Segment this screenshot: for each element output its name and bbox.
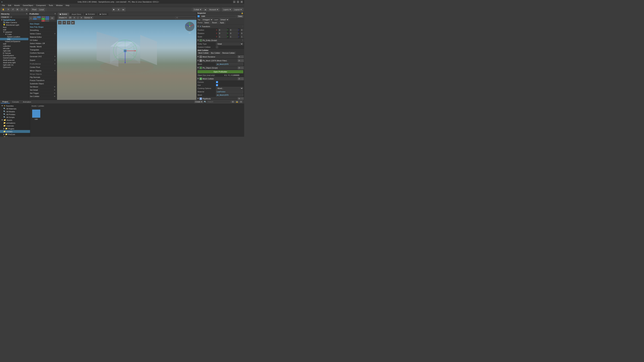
maximize-button[interactable]: □ bbox=[237, 1, 239, 3]
pb-mode-obj[interactable] bbox=[37, 18, 41, 20]
scene-move-mode[interactable]: ✦ bbox=[62, 21, 66, 24]
menu-tools[interactable]: Tools bbox=[47, 4, 54, 7]
mc-menu-btn[interactable]: ⋮ bbox=[241, 77, 244, 80]
rb-settings-btn[interactable]: ⚙ bbox=[238, 97, 240, 100]
pb-mode-vert[interactable]: • bbox=[33, 16, 37, 18]
project-view-btn[interactable]: ☰ bbox=[231, 100, 234, 103]
pause-button[interactable]: ⏸ bbox=[116, 8, 120, 11]
hierarchy-item-scene[interactable]: SampleScene bbox=[0, 19, 28, 21]
pb-z-icon[interactable]: Z bbox=[42, 20, 45, 22]
pb-set-trigger[interactable]: Set Trigger 👁 bbox=[28, 92, 57, 95]
scene-rotate-mode[interactable]: ↺ bbox=[67, 21, 70, 24]
hierarchy-item-right-side-1[interactable]: right-side (1) bbox=[0, 64, 28, 66]
prefab-apply-button[interactable]: Apply bbox=[219, 21, 226, 24]
gizmos-button[interactable]: Gizmos ▼ bbox=[84, 16, 93, 19]
tab-game[interactable]: ▶ Game bbox=[98, 12, 109, 15]
tab-asset-store[interactable]: Asset Store bbox=[70, 13, 83, 15]
pb-probuilderize-plus[interactable]: + bbox=[54, 62, 56, 65]
position-x-input[interactable] bbox=[218, 29, 227, 31]
hierarchy-item-dead-area-right[interactable]: dead-area-right bbox=[0, 61, 28, 64]
scene-viewport[interactable]: X Y Z Iso ⊙ ✦ ↺ ▶ bbox=[57, 20, 196, 100]
rb-menu-btn[interactable]: ⋮ bbox=[241, 97, 244, 100]
rotate-tool[interactable]: ↺ bbox=[11, 8, 15, 11]
pb-material-editor[interactable]: Material Editor bbox=[28, 35, 57, 39]
hierarchy-item-dead-area-left[interactable]: dead-area-left bbox=[0, 59, 28, 61]
pb-yblue[interactable] bbox=[46, 18, 49, 20]
transform-menu-icon[interactable]: ⋮ bbox=[242, 25, 244, 27]
pb-mode-face[interactable] bbox=[33, 18, 37, 20]
hierarchy-item-floor[interactable]: floor bbox=[0, 26, 28, 28]
mesh-filter-settings-btn[interactable]: ⚙ bbox=[238, 59, 240, 62]
open-probuilder-button[interactable]: Open ProBuilder bbox=[198, 70, 243, 73]
project-close-btn[interactable]: ✕ bbox=[240, 100, 242, 103]
pb-x-icon[interactable]: X bbox=[42, 16, 45, 18]
project-create-btn[interactable]: Create ▼ bbox=[194, 100, 203, 103]
pb-3d-button[interactable]: 3D bbox=[50, 16, 54, 20]
rect-tool[interactable]: ▭ bbox=[20, 8, 24, 11]
hierarchy-item-right-side[interactable]: right-side bbox=[0, 50, 28, 52]
hierarchy-item-game-controller[interactable]: GameController bbox=[0, 57, 28, 59]
scene-camera-mode[interactable]: ⊙ bbox=[58, 21, 62, 24]
scenes-folder[interactable]: 📁 Scenes bbox=[0, 136, 30, 137]
tab-animator[interactable]: ▶ Animator bbox=[84, 12, 97, 15]
hierarchy-item-initial-coin-spawner[interactable]: InitialCoinSpawner bbox=[0, 40, 28, 42]
material-input[interactable] bbox=[216, 90, 243, 93]
all-prefabs-item[interactable]: 🔍 All Prefabs bbox=[0, 113, 30, 116]
pb-probuilderize[interactable]: ProBuilderize + bbox=[28, 62, 57, 66]
animations-folder[interactable]: 📁 animations bbox=[0, 121, 30, 124]
layout-button[interactable]: Layout ▼ bbox=[233, 8, 243, 11]
project-search-input[interactable] bbox=[207, 100, 230, 103]
rotation-z-input[interactable] bbox=[240, 32, 244, 35]
static-button[interactable]: Static bbox=[237, 15, 243, 17]
hierarchy-item-canvas[interactable]: Canvas bbox=[0, 52, 28, 54]
object-enabled-checkbox[interactable] bbox=[198, 15, 200, 17]
hierarchy-item-left-side[interactable]: left-side bbox=[0, 47, 28, 50]
pb-conform-normals[interactable]: Conform Normals bbox=[28, 51, 57, 55]
hierarchy-item-collection[interactable]: collection bbox=[0, 45, 28, 47]
hierarchy-item-cube[interactable]: Cube bbox=[0, 33, 28, 35]
pb-mirror-plus[interactable]: + bbox=[54, 69, 56, 72]
scale-y-input[interactable] bbox=[230, 35, 238, 38]
pb-generate-uv2[interactable]: Generate UV2 + bbox=[28, 55, 57, 58]
mesh-ref-input[interactable] bbox=[216, 63, 243, 65]
custom-collider-checkbox[interactable] bbox=[216, 46, 218, 48]
pb-object-settings-btn[interactable]: ⚙ bbox=[238, 66, 240, 69]
position-z-input[interactable] bbox=[240, 29, 244, 31]
audio-button[interactable]: ♪ bbox=[77, 16, 79, 19]
hierarchy-item-wall[interactable]: wall bbox=[0, 28, 28, 31]
pb-new-shape[interactable]: New Shape bbox=[28, 22, 57, 25]
position-y-input[interactable] bbox=[230, 29, 238, 31]
effects-button[interactable]: ✦ bbox=[80, 16, 83, 19]
pivot-button[interactable]: Pivot bbox=[31, 8, 38, 11]
is-trigger-checkbox[interactable]: ✓ bbox=[216, 84, 218, 86]
pb-mode-edge[interactable] bbox=[37, 16, 41, 18]
materials-folder[interactable]: 📁 materials bbox=[0, 124, 30, 127]
menu-help[interactable]: Help bbox=[64, 4, 71, 7]
pb-set-mover[interactable]: Set Mover 👁 bbox=[28, 85, 57, 88]
menu-gameobject[interactable]: GameObject bbox=[22, 4, 34, 7]
pb-vertex-colors[interactable]: Vertex Colors + bbox=[28, 32, 57, 35]
hand-tool[interactable]: ✋ bbox=[1, 8, 6, 11]
transform-tool[interactable]: ⊕ bbox=[25, 8, 28, 11]
hierarchy-item-spawn-location[interactable]: Spawn Location bbox=[0, 35, 28, 38]
mesh-renderer-menu-btn[interactable]: ⋮ bbox=[241, 55, 244, 58]
remove-collider-button[interactable]: Remove Collider bbox=[222, 52, 236, 54]
tab-project[interactable]: Project bbox=[1, 100, 10, 103]
coin-asset-item[interactable]: coin bbox=[32, 109, 41, 121]
pb-zgray[interactable] bbox=[46, 20, 49, 22]
box-collider-button[interactable]: Box Collider bbox=[210, 52, 221, 54]
lighting-button[interactable]: ☀ bbox=[73, 16, 76, 19]
pb-xblue[interactable] bbox=[46, 16, 49, 18]
minimize-button[interactable]: — bbox=[233, 1, 236, 3]
scale-z-input[interactable] bbox=[240, 35, 244, 38]
convex-checkbox[interactable]: ✓ bbox=[216, 81, 218, 83]
pb-smoothing[interactable]: Smoothing bbox=[28, 29, 57, 32]
tab-animation[interactable]: Animation bbox=[21, 100, 33, 103]
hierarchy-item-wall2[interactable]: wall bbox=[0, 42, 28, 45]
scale-x-input[interactable] bbox=[218, 35, 227, 38]
2d-button[interactable]: 2D bbox=[68, 16, 72, 19]
prefab-revert-button[interactable]: Revert bbox=[211, 21, 218, 24]
hierarchy-item-main-camera[interactable]: 📷 Main Camera bbox=[0, 21, 28, 24]
pb-entity-options[interactable]: ⋮ bbox=[242, 39, 244, 41]
pb-export[interactable]: Export + bbox=[28, 58, 57, 62]
